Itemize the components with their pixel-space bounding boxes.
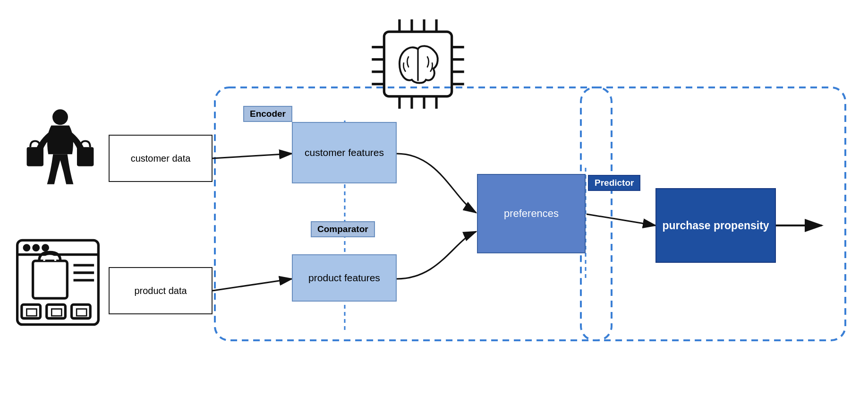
- customer-data-box: customer data: [109, 135, 213, 182]
- svg-point-8: [34, 245, 39, 251]
- product-data-box: product data: [109, 267, 213, 314]
- purchase-propensity-box: purchase propensity: [655, 188, 776, 263]
- svg-rect-4: [77, 147, 94, 166]
- product-features-box: product features: [292, 254, 397, 302]
- predictor-label: Predictor: [588, 175, 640, 191]
- customer-features-box: customer features: [292, 122, 397, 183]
- customer-icon: [24, 106, 97, 196]
- brain-chip-icon: [364, 13, 472, 115]
- svg-point-7: [24, 245, 29, 251]
- svg-rect-3: [27, 147, 43, 166]
- svg-rect-10: [33, 261, 68, 298]
- arrow-prodfeatures-to-prefs: [397, 232, 476, 279]
- arrow-productdata-to-features: [213, 279, 292, 291]
- arrow-custfeatures-to-prefs: [397, 154, 476, 213]
- preferences-box: preferences: [477, 174, 586, 253]
- comparator-label: Comparator: [311, 221, 375, 237]
- arrow-customerdata-to-features: [213, 154, 292, 158]
- encoder-label: Encoder: [243, 106, 292, 122]
- diagram-container: customer data product data Encoder custo…: [0, 0, 868, 415]
- svg-point-9: [43, 245, 48, 251]
- svg-point-2: [52, 109, 68, 125]
- product-icon: [14, 236, 102, 329]
- arrow-prefs-to-purchase: [587, 214, 655, 225]
